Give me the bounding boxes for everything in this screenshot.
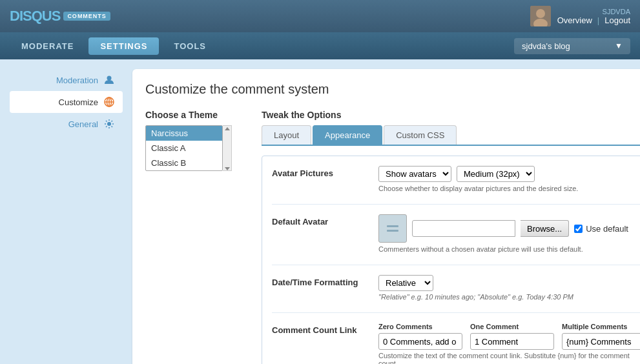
browse-button[interactable]: Browse... bbox=[521, 220, 569, 237]
multiple-comments-input[interactable] bbox=[562, 333, 640, 350]
multiple-comments-heading: Multiple Comments bbox=[562, 323, 640, 330]
options-section: Tweak the Options Layout Appearance Cust… bbox=[262, 110, 640, 364]
overview-link[interactable]: Overview bbox=[557, 15, 592, 25]
sidebar-label-general: General bbox=[68, 119, 98, 129]
avatar-pictures-label: Avatar Pictures bbox=[272, 166, 369, 178]
chevron-down-icon: ▼ bbox=[615, 41, 623, 50]
theme-section: Choose a Theme Narcissus Classic A Class… bbox=[145, 110, 249, 364]
one-comment-input[interactable] bbox=[470, 333, 554, 350]
divider-3 bbox=[272, 312, 640, 313]
avatar-size-select[interactable]: Small (24px) Medium (32px) Large (48px) bbox=[457, 166, 535, 182]
tab-appearance[interactable]: Appearance bbox=[313, 125, 382, 145]
tab-custom-css[interactable]: Custom CSS bbox=[384, 125, 457, 145]
sidebar-item-customize[interactable]: Customize bbox=[10, 91, 123, 113]
gear-icon bbox=[103, 118, 115, 130]
datetime-label: Date/Time Formatting bbox=[272, 275, 369, 287]
default-avatar-controls: Browse... Use default Commenters without… bbox=[378, 214, 640, 253]
show-avatars-select[interactable]: Show avatars Hide avatars bbox=[378, 166, 451, 182]
theme-classic-a[interactable]: Classic A bbox=[146, 141, 222, 156]
comment-count-row: Comment Count Link Zero Comments One Com… bbox=[272, 323, 640, 364]
use-default-text: Use default bbox=[586, 224, 628, 234]
header: DISQUS COMMENTS SJDVDA Overview | Logout bbox=[0, 0, 640, 32]
sidebar-item-general[interactable]: General bbox=[10, 113, 123, 135]
default-avatar-desc: Commenters without a chosen avatar pictu… bbox=[378, 245, 640, 253]
blog-name: sjdvda's blog bbox=[522, 41, 570, 51]
theme-heading: Choose a Theme bbox=[145, 110, 249, 120]
datetime-controls: Relative Absolute "Relative" e.g. 10 min… bbox=[378, 275, 640, 301]
logo-dis: DIS bbox=[10, 8, 32, 24]
comment-count-cols: Zero Comments One Comment Multiple Comme… bbox=[378, 323, 640, 350]
avatar-pictures-desc: Choose whether to display avatar picture… bbox=[378, 185, 640, 192]
options-heading: Tweak the Options bbox=[262, 110, 640, 120]
multiple-comments-col: Multiple Comments bbox=[562, 323, 640, 350]
tab-layout[interactable]: Layout bbox=[262, 125, 311, 145]
nav-moderate[interactable]: MODERATE bbox=[10, 37, 85, 55]
comment-count-controls: Zero Comments One Comment Multiple Comme… bbox=[378, 323, 640, 364]
avatar-line-2 bbox=[387, 230, 398, 232]
avatar-line-1 bbox=[387, 225, 398, 227]
zero-comments-input[interactable] bbox=[378, 333, 462, 350]
scroll-down-icon bbox=[225, 167, 230, 170]
use-default-label: Use default bbox=[574, 224, 628, 234]
nav-tools[interactable]: TOOLS bbox=[162, 37, 218, 55]
two-col-layout: Choose a Theme Narcissus Classic A Class… bbox=[145, 110, 640, 364]
avatar-lines bbox=[387, 225, 398, 232]
logo-comments: COMMENTS bbox=[63, 12, 110, 21]
zero-comments-col: Zero Comments bbox=[378, 323, 462, 350]
user-info: SJDVDA Overview | Logout bbox=[557, 8, 630, 25]
svg-point-1 bbox=[536, 9, 545, 18]
separator: | bbox=[597, 15, 599, 25]
avatar-pictures-controls: Show avatars Hide avatars Small (24px) M… bbox=[378, 166, 640, 192]
one-comment-heading: One Comment bbox=[470, 323, 554, 330]
logo: DISQUS bbox=[10, 8, 60, 25]
logout-link[interactable]: Logout bbox=[604, 15, 630, 25]
nav: MODERATE SETTINGS TOOLS sjdvda's blog ▼ bbox=[0, 32, 640, 59]
avatar-pictures-row: Avatar Pictures Show avatars Hide avatar… bbox=[272, 166, 640, 192]
use-default-checkbox[interactable] bbox=[574, 225, 583, 233]
logo-qus: QUS bbox=[32, 8, 61, 24]
zero-comments-heading: Zero Comments bbox=[378, 323, 462, 330]
scroll-up-icon bbox=[225, 127, 230, 130]
divider-1 bbox=[272, 204, 640, 205]
logo-area: DISQUS COMMENTS bbox=[10, 8, 110, 25]
theme-narcissus[interactable]: Narcissus bbox=[146, 126, 222, 141]
sidebar: Moderation Customize General bbox=[10, 69, 123, 364]
comment-count-label: Comment Count Link bbox=[272, 323, 369, 335]
default-avatar-row: Default Avatar Browse... bbox=[272, 214, 640, 253]
tabs: Layout Appearance Custom CSS bbox=[262, 125, 640, 146]
datetime-hint: "Relative" e.g. 10 minutes ago; "Absolut… bbox=[378, 293, 640, 301]
datetime-select-row: Relative Absolute bbox=[378, 275, 640, 291]
avatar-file-input[interactable] bbox=[412, 220, 515, 237]
svg-point-8 bbox=[107, 122, 111, 126]
theme-listbox[interactable]: Narcissus Classic A Classic B bbox=[145, 125, 223, 171]
avatar-pictures-controls-row: Show avatars Hide avatars Small (24px) M… bbox=[378, 166, 640, 182]
page-title: Customize the comment system bbox=[145, 82, 640, 97]
sidebar-item-moderation[interactable]: Moderation bbox=[10, 69, 123, 91]
sidebar-label-customize: Customize bbox=[59, 97, 98, 107]
theme-classic-b[interactable]: Classic B bbox=[146, 156, 222, 170]
theme-scrollbar[interactable] bbox=[223, 125, 232, 171]
comment-count-desc: Customize the text of the comment count … bbox=[378, 352, 640, 364]
svg-point-3 bbox=[107, 76, 112, 81]
datetime-row: Date/Time Formatting Relative Absolute "… bbox=[272, 275, 640, 301]
nav-left: MODERATE SETTINGS TOOLS bbox=[10, 37, 218, 55]
right-panel: Customize the comment system Choose a Th… bbox=[132, 69, 640, 364]
divider-2 bbox=[272, 265, 640, 265]
nav-settings[interactable]: SETTINGS bbox=[88, 37, 159, 55]
username-top: SJDVDA bbox=[557, 8, 630, 15]
datetime-format-select[interactable]: Relative Absolute bbox=[378, 275, 433, 291]
avatar bbox=[530, 6, 551, 26]
options-content: Avatar Pictures Show avatars Hide avatar… bbox=[262, 156, 640, 364]
theme-listbox-wrapper: Narcissus Classic A Classic B bbox=[145, 125, 249, 171]
default-avatar-controls-row: Browse... Use default bbox=[378, 214, 640, 243]
avatar-preview bbox=[378, 214, 407, 243]
main-content: Moderation Customize General bbox=[0, 59, 640, 364]
blog-selector[interactable]: sjdvda's blog ▼ bbox=[514, 38, 630, 54]
person-icon bbox=[103, 74, 115, 86]
sidebar-label-moderation: Moderation bbox=[56, 76, 98, 85]
globe-icon bbox=[103, 96, 115, 108]
user-links: Overview | Logout bbox=[557, 15, 630, 25]
user-area: SJDVDA Overview | Logout bbox=[530, 6, 630, 26]
default-avatar-label: Default Avatar bbox=[272, 214, 369, 227]
one-comment-col: One Comment bbox=[470, 323, 554, 350]
